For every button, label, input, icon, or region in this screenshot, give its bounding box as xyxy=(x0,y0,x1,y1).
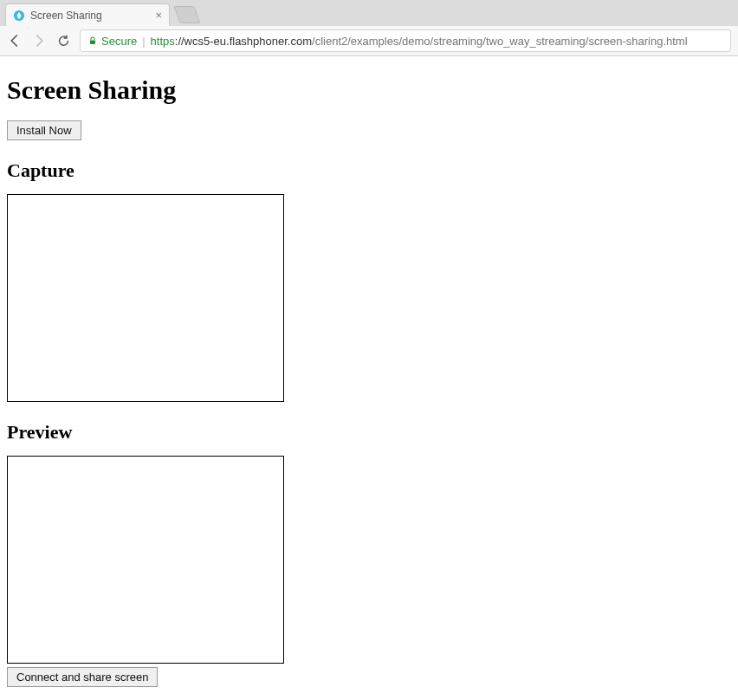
preview-heading: Preview xyxy=(7,421,731,444)
capture-heading: Capture xyxy=(7,159,731,182)
preview-video-box xyxy=(7,456,284,664)
address-bar-row: Secure | https://wcs5-eu.flashphoner.com… xyxy=(0,26,738,55)
connect-share-button[interactable]: Connect and share screen xyxy=(7,667,158,687)
capture-video-box xyxy=(7,194,284,402)
forward-button[interactable] xyxy=(31,33,47,49)
secure-label: Secure xyxy=(101,35,137,48)
tab-title: Screen Sharing xyxy=(30,10,150,22)
address-bar[interactable]: Secure | https://wcs5-eu.flashphoner.com… xyxy=(80,29,731,52)
page-content: Screen Sharing Install Now Capture Previ… xyxy=(0,56,738,699)
install-now-button[interactable]: Install Now xyxy=(7,120,81,140)
lock-icon xyxy=(87,36,98,46)
svg-rect-1 xyxy=(90,41,95,45)
new-tab-button[interactable] xyxy=(173,6,200,23)
address-divider: | xyxy=(142,35,145,48)
url-path: /client2/examples/demo/streaming/two_way… xyxy=(312,35,688,48)
url-host: ://wcs5-eu.flashphoner.com xyxy=(175,35,312,48)
page-title: Screen Sharing xyxy=(7,75,731,105)
favicon-icon xyxy=(13,10,25,22)
browser-chrome: Screen Sharing × Secure | https://wcs5-e… xyxy=(0,0,738,56)
back-button[interactable] xyxy=(7,33,23,49)
tab-bar: Screen Sharing × xyxy=(0,0,738,26)
close-icon[interactable]: × xyxy=(155,9,162,22)
url-scheme: https xyxy=(151,35,175,48)
browser-tab[interactable]: Screen Sharing × xyxy=(5,3,170,26)
reload-button[interactable] xyxy=(55,33,71,49)
